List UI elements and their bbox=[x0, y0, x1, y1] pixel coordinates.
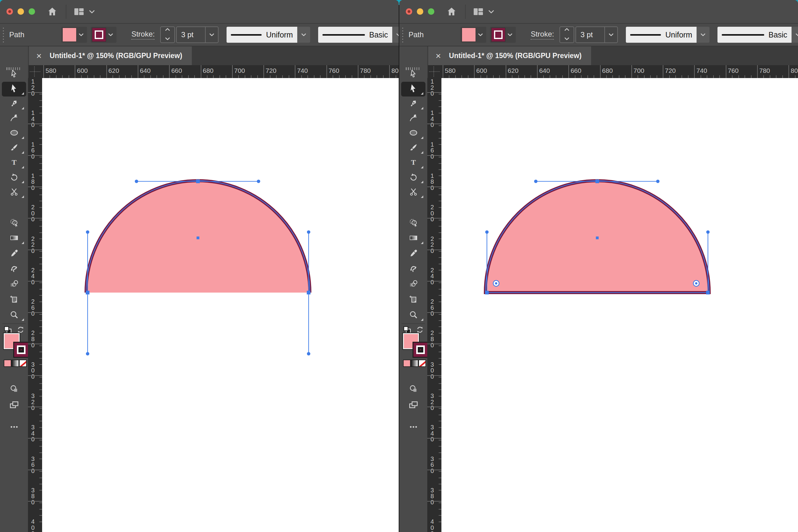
fill-swatch[interactable] bbox=[62, 28, 77, 42]
zoom-tool[interactable] bbox=[401, 308, 425, 323]
chevron-down-icon[interactable] bbox=[205, 27, 218, 42]
ellipse-tool[interactable] bbox=[401, 126, 425, 141]
color-button[interactable] bbox=[403, 360, 411, 367]
chevron-down-icon[interactable] bbox=[106, 31, 115, 38]
horizontal-ruler[interactable]: 580600620640660680700720740760780800 bbox=[441, 65, 798, 78]
canvas[interactable] bbox=[441, 78, 798, 532]
control-bar-grip[interactable] bbox=[402, 27, 404, 43]
gradient-tool[interactable] bbox=[401, 231, 425, 246]
chevron-down-icon[interactable] bbox=[792, 27, 798, 43]
anchor-point[interactable] bbox=[196, 179, 200, 183]
chevron-down-icon[interactable] bbox=[476, 31, 485, 38]
type-tool[interactable]: T bbox=[401, 155, 425, 170]
type-tool[interactable]: T bbox=[2, 155, 26, 170]
bezier-handle-endpoint[interactable] bbox=[307, 230, 310, 234]
shape-builder-tool[interactable] bbox=[2, 216, 26, 230]
drawing-modes-button[interactable] bbox=[2, 382, 26, 397]
fill-color-control[interactable] bbox=[61, 27, 87, 43]
paintbrush-tool[interactable] bbox=[2, 141, 26, 155]
drawing-modes-button[interactable] bbox=[401, 382, 425, 397]
anchor-point[interactable] bbox=[86, 291, 90, 294]
curvature-tool[interactable] bbox=[401, 111, 425, 126]
bezier-handle-endpoint[interactable] bbox=[86, 352, 90, 356]
chevron-down-icon[interactable] bbox=[297, 27, 310, 43]
ruler-origin-box[interactable] bbox=[28, 65, 42, 78]
artwork-overlay[interactable] bbox=[441, 78, 798, 532]
stroke-weight-stepper[interactable] bbox=[160, 26, 175, 43]
artwork-overlay[interactable] bbox=[42, 78, 399, 532]
document-tab[interactable]: × Untitled-1* @ 150% (RGB/GPU Preview) bbox=[428, 46, 591, 65]
bezier-handle-endpoint[interactable] bbox=[257, 180, 260, 183]
close-tab-icon[interactable]: × bbox=[36, 51, 42, 60]
minimize-window-button[interactable] bbox=[18, 8, 24, 15]
stepper-up-icon[interactable] bbox=[164, 26, 171, 34]
bezier-handle-endpoint[interactable] bbox=[656, 180, 660, 183]
stroke-swatch[interactable] bbox=[491, 28, 505, 42]
horizontal-ruler[interactable]: 580600620640660680700720740760780800 bbox=[42, 65, 399, 78]
anchor-point[interactable] bbox=[595, 179, 599, 183]
bezier-handle-endpoint[interactable] bbox=[706, 230, 710, 234]
chevron-down-icon[interactable] bbox=[392, 27, 399, 43]
center-point[interactable] bbox=[197, 236, 200, 240]
direct-selection-tool[interactable] bbox=[2, 82, 26, 96]
chevron-down-icon[interactable] bbox=[505, 31, 515, 38]
vertical-ruler[interactable]: 1 2 01 4 01 6 01 8 02 0 02 2 02 4 02 6 0… bbox=[28, 78, 42, 532]
eyedropper-tool[interactable] bbox=[2, 246, 26, 261]
ruler-origin-box[interactable] bbox=[427, 65, 441, 78]
workspace-layout-icon[interactable] bbox=[473, 6, 484, 18]
ellipse-tool[interactable] bbox=[2, 126, 26, 141]
brush-definition-select[interactable]: Basic bbox=[318, 27, 392, 43]
stroke-proxy-swatch[interactable] bbox=[13, 342, 29, 358]
edit-toolbar-button[interactable] bbox=[401, 420, 425, 435]
artboard-tool[interactable] bbox=[2, 292, 26, 307]
fill-swatch[interactable] bbox=[462, 28, 476, 42]
rotate-tool[interactable] bbox=[401, 170, 425, 185]
vertical-ruler[interactable]: 1 2 01 4 01 6 01 8 02 0 02 2 02 4 02 6 0… bbox=[427, 78, 441, 532]
width-profile-select[interactable]: Uniform bbox=[227, 27, 297, 43]
puppet-warp-tool[interactable] bbox=[401, 262, 425, 277]
width-profile-select[interactable]: Uniform bbox=[626, 27, 697, 43]
close-window-button[interactable] bbox=[6, 8, 13, 15]
stepper-up-icon[interactable] bbox=[564, 26, 570, 34]
stroke-weight-stepper[interactable] bbox=[559, 26, 574, 43]
center-point[interactable] bbox=[596, 236, 599, 240]
scissors-tool[interactable] bbox=[2, 185, 26, 200]
home-icon[interactable] bbox=[446, 6, 457, 17]
gradient-button[interactable] bbox=[12, 360, 19, 367]
stroke-weight-label[interactable]: Stroke: bbox=[131, 30, 155, 40]
pen-tool[interactable] bbox=[401, 96, 425, 111]
selection-tool[interactable] bbox=[2, 67, 26, 82]
shape-builder-tool[interactable] bbox=[401, 216, 425, 230]
bezier-handle-endpoint[interactable] bbox=[486, 230, 489, 234]
chevron-down-icon[interactable] bbox=[77, 31, 86, 38]
eyedropper-tool[interactable] bbox=[401, 246, 425, 261]
fullscreen-window-button[interactable] bbox=[28, 8, 35, 15]
anchor-point[interactable] bbox=[307, 291, 310, 294]
brush-definition-select[interactable]: Basic bbox=[718, 27, 792, 43]
control-bar-grip[interactable] bbox=[2, 27, 4, 43]
stroke-color-control[interactable] bbox=[91, 27, 116, 43]
chevron-down-icon[interactable] bbox=[88, 8, 96, 16]
workspace-layout-icon[interactable] bbox=[73, 6, 85, 18]
none-button[interactable] bbox=[19, 360, 27, 367]
scissors-tool[interactable] bbox=[401, 185, 425, 200]
bezier-handle-endpoint[interactable] bbox=[135, 180, 138, 183]
bezier-handle-endpoint[interactable] bbox=[86, 230, 90, 234]
stroke-proxy-swatch[interactable] bbox=[413, 342, 429, 358]
pen-tool[interactable] bbox=[2, 96, 26, 111]
screen-mode-button[interactable] bbox=[401, 398, 425, 413]
chevron-down-icon[interactable] bbox=[604, 27, 617, 42]
bezier-handle-endpoint[interactable] bbox=[307, 352, 310, 356]
stroke-color-control[interactable] bbox=[490, 27, 516, 43]
direct-selection-tool[interactable] bbox=[401, 82, 425, 96]
close-window-button[interactable] bbox=[406, 8, 412, 15]
fullscreen-window-button[interactable] bbox=[428, 8, 434, 15]
paintbrush-tool[interactable] bbox=[401, 141, 425, 155]
blend-tool[interactable] bbox=[401, 277, 425, 292]
fill-color-control[interactable] bbox=[460, 27, 486, 43]
canvas[interactable] bbox=[42, 78, 399, 532]
gradient-tool[interactable] bbox=[2, 231, 26, 246]
chevron-down-icon[interactable] bbox=[697, 27, 709, 43]
none-button[interactable] bbox=[418, 360, 426, 367]
home-icon[interactable] bbox=[47, 6, 58, 17]
